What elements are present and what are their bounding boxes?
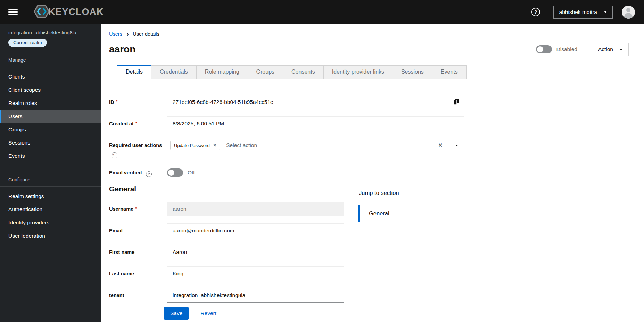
id-row: ID*	[109, 95, 644, 109]
realm-name: integration_abhishektesting8la	[8, 30, 92, 35]
realm-block: integration_abhishektesting8la Current r…	[0, 24, 101, 52]
help-icon[interactable]: ?	[146, 171, 152, 177]
tenant-label: tenant	[109, 288, 167, 303]
breadcrumb-users-link[interactable]: Users	[109, 31, 122, 37]
created-at-row: Created at*	[109, 116, 644, 131]
nav-section-manage: Manage Clients Client scopes Realm roles…	[0, 52, 101, 163]
email-verified-toggle[interactable]	[167, 168, 183, 177]
tenant-row: tenant	[109, 288, 644, 303]
tab-consents[interactable]: Consents	[283, 65, 324, 79]
created-at-input[interactable]	[167, 116, 464, 131]
nav-section-title-manage: Manage	[0, 57, 101, 67]
required-indicator: *	[135, 206, 137, 211]
sidebar-item-events[interactable]: Events	[0, 149, 101, 163]
breadcrumb-chevron-icon: ❯	[126, 32, 129, 36]
required-actions-label: Required user actions ?	[109, 138, 167, 158]
save-button[interactable]: Save	[164, 307, 189, 320]
first-name-input[interactable]	[167, 245, 344, 259]
id-label: ID*	[109, 95, 167, 109]
tab-role-mapping[interactable]: Role mapping	[196, 65, 248, 79]
last-name-input[interactable]	[167, 266, 344, 281]
enabled-toggle[interactable]	[536, 45, 552, 53]
sidebar-item-sessions[interactable]: Sessions	[0, 136, 101, 149]
first-name-label: First name	[109, 245, 167, 259]
nav-toggle-hamburger-icon[interactable]	[8, 9, 18, 15]
sidebar-item-realm-settings[interactable]: Realm settings	[0, 190, 101, 203]
id-input[interactable]	[167, 95, 448, 109]
sidebar-item-authentication[interactable]: Authentication	[0, 203, 101, 216]
chevron-down-icon[interactable]	[455, 145, 458, 146]
chevron-down-icon	[604, 11, 607, 13]
last-name-row: Last name	[109, 266, 644, 281]
user-menu-dropdown[interactable]: abhishek moitra	[553, 6, 613, 19]
select-action-placeholder: Select action	[226, 142, 257, 148]
tab-identity-provider-links[interactable]: Identity provider links	[323, 65, 393, 79]
update-password-chip: Update Password ✕	[170, 141, 220, 150]
required-indicator: *	[116, 99, 118, 104]
email-row: Email	[109, 223, 644, 238]
tab-sessions[interactable]: Sessions	[393, 65, 432, 79]
action-dropdown-label: Action	[598, 46, 613, 52]
masthead: KEYCLOAK ? abhishek moitra	[0, 0, 644, 24]
chevron-down-icon	[620, 49, 622, 50]
help-icon[interactable]: ?	[531, 8, 540, 16]
username-input	[167, 202, 344, 216]
masthead-toolbar: ? abhishek moitra	[531, 6, 635, 19]
tenant-input[interactable]	[167, 288, 344, 303]
jump-to-section-panel: Jump to section General	[359, 190, 463, 222]
clear-selection-icon[interactable]: ✕	[438, 142, 443, 148]
sidebar-item-clients[interactable]: Clients	[0, 70, 101, 83]
main-content: Users ❯ User details aaron Disabled Acti…	[101, 24, 644, 322]
revert-link[interactable]: Revert	[200, 310, 216, 316]
header-controls: Disabled Action	[536, 43, 629, 56]
brand-title: KEYCLOAK	[48, 7, 104, 17]
email-label: Email	[109, 223, 167, 238]
user-menu-label: abhishek moitra	[559, 9, 597, 15]
avatar-person-icon	[626, 8, 630, 12]
sidebar-item-client-scopes[interactable]: Client scopes	[0, 83, 101, 97]
email-verified-row: Email verified ? Off	[109, 165, 644, 177]
jump-to-section-heading: Jump to section	[359, 190, 463, 196]
tab-groups[interactable]: Groups	[248, 65, 283, 79]
form-action-bar: Save Revert	[101, 304, 644, 322]
user-tabs: Details Credentials Role mapping Groups …	[101, 65, 644, 79]
email-verified-label: Email verified ?	[109, 165, 167, 177]
required-actions-multiselect[interactable]: Update Password ✕ Select action ✕	[167, 138, 464, 152]
sidebar-item-realm-roles[interactable]: Realm roles	[0, 97, 101, 110]
sidebar-item-identity-providers[interactable]: Identity providers	[0, 216, 101, 229]
action-dropdown[interactable]: Action	[592, 43, 629, 56]
nav-section-configure: Configure Realm settings Authentication …	[0, 172, 101, 242]
last-name-label: Last name	[109, 266, 167, 281]
first-name-row: First name	[109, 245, 644, 259]
sidebar-item-user-federation[interactable]: User federation	[0, 229, 101, 242]
keycloak-logo[interactable]: KEYCLOAK	[33, 4, 104, 20]
required-actions-row: Required user actions ? Update Password …	[109, 138, 644, 158]
breadcrumb-current: User details	[133, 31, 159, 37]
keycloak-logo-icon	[33, 4, 50, 20]
created-at-label: Created at*	[109, 116, 167, 131]
nav-section-title-configure: Configure	[0, 177, 101, 187]
breadcrumb: Users ❯ User details	[109, 31, 629, 37]
tab-details[interactable]: Details	[117, 65, 151, 79]
tab-credentials[interactable]: Credentials	[151, 65, 197, 79]
current-realm-badge: Current realm	[8, 39, 47, 47]
jump-to-section-list: General	[359, 201, 463, 222]
id-input-group	[167, 95, 464, 109]
username-label: Username*	[109, 202, 167, 216]
enabled-toggle-label: Disabled	[556, 46, 577, 52]
email-input[interactable]	[167, 223, 344, 238]
copy-id-button[interactable]	[448, 95, 464, 109]
sidebar-item-groups[interactable]: Groups	[0, 123, 101, 136]
sidebar: integration_abhishektesting8la Current r…	[0, 24, 101, 322]
page-title: aaron	[109, 44, 135, 55]
required-indicator: *	[135, 121, 137, 126]
sidebar-item-users[interactable]: Users	[0, 110, 101, 123]
remove-chip-icon[interactable]: ✕	[213, 143, 217, 148]
copy-icon	[453, 98, 459, 106]
help-icon[interactable]: ?	[112, 152, 117, 158]
avatar[interactable]	[622, 6, 635, 19]
email-verified-state: Off	[188, 170, 195, 176]
tab-events[interactable]: Events	[432, 65, 467, 79]
jump-item-general[interactable]: General	[358, 205, 463, 222]
